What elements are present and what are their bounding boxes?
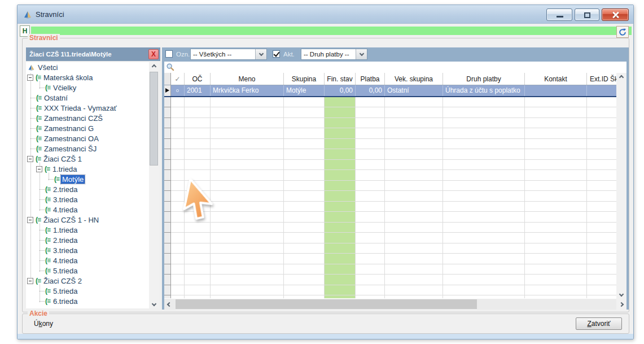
grid-cell[interactable] (325, 170, 356, 181)
grid-row-empty[interactable] (164, 118, 616, 129)
grid-cell[interactable] (525, 191, 587, 202)
tree-item-1-trieda[interactable]: (≡1.trieda (26, 164, 149, 174)
row-indicator-cell[interactable] (164, 85, 171, 96)
grid-cell[interactable] (325, 118, 356, 129)
row-indicator-cell[interactable] (164, 128, 171, 139)
grid-row-empty[interactable] (164, 128, 616, 139)
grid-cell[interactable] (385, 181, 443, 191)
grid-cell[interactable] (587, 149, 616, 160)
grid-cell[interactable] (356, 149, 385, 160)
grid-cell[interactable] (284, 223, 325, 233)
tree-item-zamestnanci-cz-[interactable]: (≡Zamestnanci CZŠ (26, 113, 149, 123)
grid-cell[interactable] (525, 295, 587, 298)
minimize-button[interactable] (546, 8, 572, 21)
grid-cell[interactable] (211, 285, 284, 296)
grid-cell[interactable] (325, 223, 356, 233)
grid-cell[interactable] (587, 97, 616, 108)
grid-cell[interactable] (443, 160, 525, 171)
grid-cell[interactable] (587, 128, 616, 139)
grid-cell[interactable] (525, 233, 587, 243)
grid-cell[interactable] (356, 191, 385, 202)
grid-cell[interactable] (443, 254, 525, 264)
grid-cell[interactable] (385, 191, 443, 202)
column-header-o-[interactable]: OČ (185, 73, 211, 85)
chevron-down-icon[interactable] (356, 49, 367, 59)
grid-cell[interactable] (587, 181, 616, 191)
grid-cell[interactable] (211, 170, 284, 181)
grid-cell[interactable] (443, 191, 525, 202)
row-indicator-cell[interactable] (164, 202, 171, 212)
grid-cell[interactable] (325, 160, 356, 171)
column-header-meno[interactable]: Meno (211, 73, 284, 85)
checkmark-column-header[interactable]: ✓ (171, 73, 185, 85)
grid-cell[interactable] (211, 275, 284, 285)
check-cell[interactable] (171, 264, 185, 275)
grid-cell[interactable] (284, 181, 325, 191)
grid-cell[interactable] (525, 160, 587, 171)
row-indicator-cell[interactable] (164, 160, 171, 171)
tree-item-4-trieda[interactable]: (≡4.trieda (26, 204, 149, 215)
check-cell[interactable] (171, 128, 185, 139)
grid-cell[interactable] (385, 275, 443, 285)
grid-cell[interactable] (325, 233, 356, 243)
grid-cell[interactable] (211, 139, 284, 150)
check-cell[interactable] (171, 85, 185, 96)
tree-scrollbar-thumb[interactable] (150, 72, 158, 166)
grid-cell[interactable] (443, 139, 525, 150)
grid-cell[interactable] (284, 107, 325, 118)
ukony-menu[interactable]: Úkony (34, 314, 53, 333)
grid-cell[interactable] (356, 202, 385, 212)
row-indicator-cell[interactable] (164, 243, 171, 254)
check-cell[interactable] (171, 275, 185, 285)
grid-cell[interactable] (443, 212, 525, 223)
grid-cell[interactable] (443, 170, 525, 181)
expand-minus-icon[interactable] (27, 217, 33, 223)
grid-cell[interactable] (525, 128, 587, 139)
check-cell[interactable] (171, 233, 185, 243)
group-filter-dropdown[interactable]: -- Všetkých -- (190, 49, 267, 60)
grid-cell[interactable] (385, 97, 443, 108)
check-cell[interactable] (171, 118, 185, 129)
expand-minus-icon[interactable] (27, 156, 33, 162)
column-header-platba[interactable]: Platba (356, 73, 385, 85)
check-cell[interactable] (171, 107, 185, 118)
grid-cell[interactable] (325, 139, 356, 150)
grid-cell[interactable] (284, 275, 325, 285)
grid-cell[interactable] (443, 275, 525, 285)
grid-cell[interactable] (284, 233, 325, 243)
grid-cell[interactable] (443, 128, 525, 139)
scroll-right-icon[interactable] (616, 299, 627, 310)
tree-item-2-trieda[interactable]: (≡2.trieda (26, 235, 149, 245)
grid-cell[interactable] (325, 107, 356, 118)
grid-cell[interactable] (587, 202, 616, 212)
grid-cell[interactable] (284, 170, 325, 181)
row-indicator-cell[interactable] (164, 191, 171, 202)
grid-cell[interactable] (356, 170, 385, 181)
tree-scrollbar[interactable] (149, 62, 159, 308)
grid-cell[interactable] (185, 160, 211, 171)
grid-cell[interactable] (284, 139, 325, 150)
grid-cell[interactable] (356, 233, 385, 243)
grid-cell[interactable] (185, 107, 211, 118)
grid-row-empty[interactable] (164, 149, 616, 160)
column-header-skupina[interactable]: Skupina (284, 73, 325, 85)
grid-cell[interactable] (385, 264, 443, 275)
expand-minus-icon[interactable] (27, 278, 33, 284)
grid-cell[interactable] (356, 97, 385, 108)
grid-cell[interactable] (284, 128, 325, 139)
grid-cell[interactable] (284, 97, 325, 108)
ozn-checkbox[interactable] (165, 50, 173, 58)
check-cell[interactable] (171, 254, 185, 264)
grid-row-empty[interactable] (164, 97, 616, 108)
grid-cell[interactable] (284, 191, 325, 202)
grid-cell[interactable] (443, 149, 525, 160)
grid-cell[interactable]: 0,00 (325, 85, 356, 96)
grid-row-empty[interactable] (164, 160, 616, 171)
row-indicator-cell[interactable] (164, 275, 171, 285)
grid-row-empty[interactable] (164, 275, 616, 285)
grid-cell[interactable] (587, 243, 616, 254)
scroll-up-icon[interactable] (616, 73, 627, 82)
row-indicator-cell[interactable] (164, 212, 171, 223)
grid-cell[interactable] (325, 212, 356, 223)
grid-cell[interactable] (385, 285, 443, 296)
